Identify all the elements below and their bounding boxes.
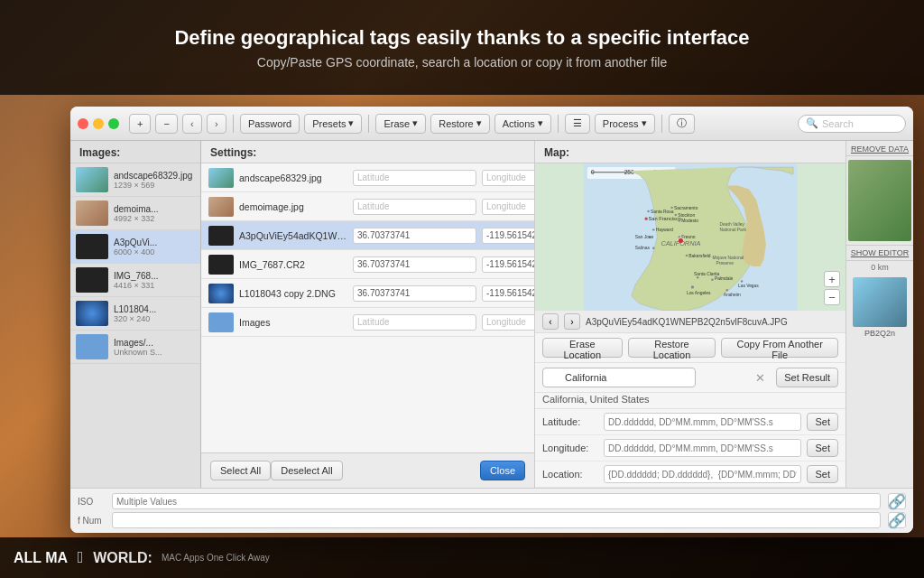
settings-row[interactable]: IMG_7687.CR2 ? bbox=[201, 250, 534, 279]
loc-input[interactable] bbox=[604, 465, 801, 483]
erase-location-button[interactable]: Erase Location bbox=[542, 338, 623, 358]
latitude-input[interactable] bbox=[353, 314, 476, 331]
show-editor-button[interactable]: SHOW EDITOR bbox=[846, 245, 913, 261]
fnum-input[interactable] bbox=[112, 512, 881, 528]
nav-back-button[interactable]: ‹ bbox=[182, 114, 202, 134]
map-filename: A3pQuViEy54adKQ1WNEPB2Q2n5vlF8cuvA.JPG bbox=[586, 317, 838, 327]
longitude-input[interactable] bbox=[482, 314, 534, 331]
sidebar-item[interactable]: andscape68329.jpg 1239 × 569 bbox=[70, 163, 200, 197]
svg-text:San Jose: San Jose bbox=[635, 235, 654, 239]
image-dims: 4416 × 331 bbox=[114, 281, 195, 290]
remove-data-button[interactable]: REMOVE DATA bbox=[846, 141, 913, 156]
close-button[interactable]: Close bbox=[480, 461, 525, 480]
svg-text:San Francisco: San Francisco bbox=[649, 216, 681, 221]
sidebar-item[interactable]: A3pQuVi... 6000 × 400 bbox=[70, 230, 200, 264]
svg-point-16 bbox=[679, 219, 680, 221]
select-all-button[interactable]: Select All bbox=[210, 461, 271, 480]
loc-set-button[interactable]: Set bbox=[807, 465, 838, 483]
svg-text:Los Angeles: Los Angeles bbox=[687, 291, 711, 295]
latitude-input[interactable] bbox=[353, 285, 476, 302]
longitude-input[interactable] bbox=[482, 228, 534, 244]
settings-row[interactable]: andscape68329.jpg ? bbox=[201, 163, 534, 192]
deselect-all-button[interactable]: Deselect All bbox=[271, 461, 342, 480]
iso-link-button[interactable]: 🔗 bbox=[888, 493, 906, 509]
fnum-label: f Num bbox=[78, 516, 105, 526]
presets-button[interactable]: Presets bbox=[304, 114, 362, 134]
thumbnail bbox=[76, 200, 108, 226]
svg-text:Bakersfield: Bakersfield bbox=[688, 254, 710, 258]
map-nav-forward[interactable]: › bbox=[564, 313, 580, 330]
latitude-input[interactable] bbox=[353, 199, 476, 215]
sidebar-item[interactable]: Images/... Unknown S... bbox=[70, 331, 200, 364]
image-name: A3pQuVi... bbox=[114, 238, 195, 247]
add-button[interactable]: + bbox=[129, 114, 151, 134]
list-view-button[interactable]: ☰ bbox=[565, 114, 590, 134]
location-search-input[interactable] bbox=[542, 368, 696, 387]
map-container[interactable]: 0 250 500 km San Francisco Hayward Santa… bbox=[535, 163, 845, 311]
sidebar-items: andscape68329.jpg 1239 × 569 demoima... … bbox=[70, 163, 200, 488]
latitude-input[interactable] bbox=[353, 228, 476, 244]
thumbnail-column: REMOVE DATA SHOW EDITOR 0 km PB2Q2n bbox=[845, 141, 913, 488]
settings-row[interactable]: demoimage.jpg ? bbox=[201, 192, 534, 221]
svg-point-8 bbox=[652, 228, 654, 230]
longitude-input[interactable] bbox=[482, 199, 534, 215]
separator4 bbox=[661, 115, 662, 133]
close-traffic-light[interactable] bbox=[78, 118, 88, 129]
longitude-input[interactable] bbox=[482, 170, 534, 186]
svg-point-30 bbox=[697, 276, 698, 278]
sidebar-item[interactable]: L101804... 320 × 240 bbox=[70, 297, 200, 331]
sidebar-item[interactable]: demoima... 4992 × 332 bbox=[70, 197, 200, 230]
svg-text:Anaheim: Anaheim bbox=[724, 293, 741, 297]
clear-search-button[interactable]: ✕ bbox=[755, 372, 765, 384]
lon-input[interactable] bbox=[604, 439, 801, 457]
svg-text:Las Vegas: Las Vegas bbox=[738, 284, 759, 288]
svg-text:Preserve: Preserve bbox=[716, 261, 735, 266]
latitude-input[interactable] bbox=[353, 170, 476, 186]
map-nav-back[interactable]: ‹ bbox=[542, 313, 559, 330]
lon-set-button[interactable]: Set bbox=[807, 439, 838, 457]
zoom-in-button[interactable]: + bbox=[824, 271, 840, 287]
image-dims: 4992 × 332 bbox=[114, 214, 195, 223]
nav-forward-button[interactable]: › bbox=[207, 114, 226, 134]
settings-row[interactable]: A3pQuViEy54adKQ1WNE... ? bbox=[201, 221, 534, 250]
longitude-input[interactable] bbox=[482, 256, 534, 273]
big-thumbnail bbox=[848, 160, 911, 241]
password-button[interactable]: Password bbox=[240, 114, 300, 134]
zoom-out-button[interactable]: − bbox=[824, 289, 840, 305]
longitude-input[interactable] bbox=[482, 285, 534, 302]
restore-button[interactable]: Restore bbox=[430, 114, 490, 134]
erase-button[interactable]: Erase bbox=[375, 114, 426, 134]
svg-point-10 bbox=[647, 210, 649, 212]
process-button[interactable]: Process bbox=[595, 114, 655, 134]
set-result-button[interactable]: Set Result bbox=[776, 368, 838, 387]
lat-set-button[interactable]: Set bbox=[807, 413, 838, 431]
sidebar-item[interactable]: IMG_768... 4416 × 331 bbox=[70, 264, 200, 297]
settings-row[interactable]: L1018043 copy 2.DNG ? bbox=[201, 279, 534, 308]
svg-text:Santa Rosa: Santa Rosa bbox=[651, 210, 674, 214]
svg-point-6 bbox=[644, 217, 647, 219]
remove-button[interactable]: − bbox=[155, 114, 177, 134]
image-dims: Unknown S... bbox=[114, 348, 195, 357]
row-filename: Images bbox=[239, 317, 347, 328]
latitude-input[interactable] bbox=[353, 256, 476, 273]
search-box[interactable]: 🔍 Search bbox=[798, 115, 906, 133]
actions-button[interactable]: Actions bbox=[494, 114, 551, 134]
copy-from-file-button[interactable]: Copy From Another File bbox=[721, 338, 838, 358]
info-button[interactable]: ⓘ bbox=[669, 114, 695, 134]
restore-location-button[interactable]: Restore Location bbox=[628, 338, 716, 358]
row-thumbnail bbox=[208, 226, 234, 246]
settings-row[interactable]: Images ? bbox=[201, 308, 534, 337]
row-thumbnail bbox=[208, 312, 234, 332]
settings-panel: Settings: andscape68329.jpg ? demoimage.… bbox=[201, 141, 535, 488]
svg-point-32 bbox=[711, 279, 713, 281]
minimize-traffic-light[interactable] bbox=[93, 118, 104, 129]
location-row: Location: Set bbox=[535, 461, 845, 488]
traffic-lights bbox=[78, 118, 119, 129]
iso-input[interactable] bbox=[112, 493, 881, 509]
maximize-traffic-light[interactable] bbox=[108, 118, 119, 129]
logo-world-text: WORLD: bbox=[93, 550, 152, 566]
lat-input[interactable] bbox=[604, 413, 801, 431]
fnum-link-button[interactable]: 🔗 bbox=[888, 512, 906, 528]
thumbnail bbox=[76, 167, 108, 192]
settings-header: Settings: bbox=[201, 141, 534, 163]
